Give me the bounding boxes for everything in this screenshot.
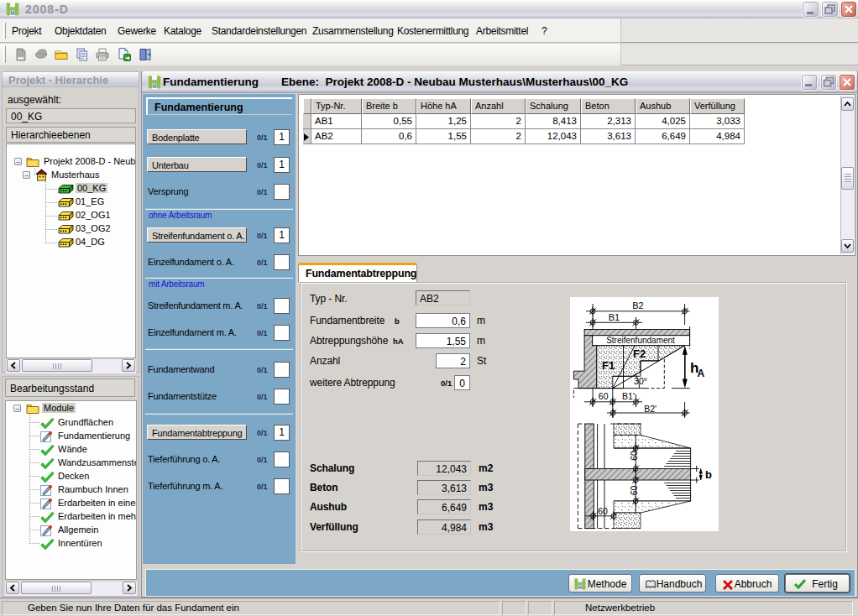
svg-text:M: M bbox=[578, 585, 583, 590]
svg-text:60: 60 bbox=[629, 486, 639, 496]
svg-text:B1: B1 bbox=[609, 312, 620, 322]
svg-text:F1: F1 bbox=[602, 359, 615, 372]
svg-text:Streifenfundament: Streifenfundament bbox=[606, 336, 675, 345]
svg-text:M: M bbox=[152, 83, 156, 89]
svg-text:M: M bbox=[10, 10, 14, 16]
svg-text:60: 60 bbox=[598, 506, 608, 516]
svg-text:B1': B1' bbox=[622, 391, 635, 401]
svg-text:A: A bbox=[698, 368, 705, 379]
svg-text:b: b bbox=[705, 468, 712, 481]
svg-text:B2': B2' bbox=[644, 404, 657, 414]
svg-text:60: 60 bbox=[629, 451, 639, 461]
svg-text:B2: B2 bbox=[632, 300, 643, 311]
svg-text:F2: F2 bbox=[633, 347, 646, 360]
svg-text:60: 60 bbox=[599, 391, 609, 401]
svg-text:30°: 30° bbox=[634, 376, 647, 386]
